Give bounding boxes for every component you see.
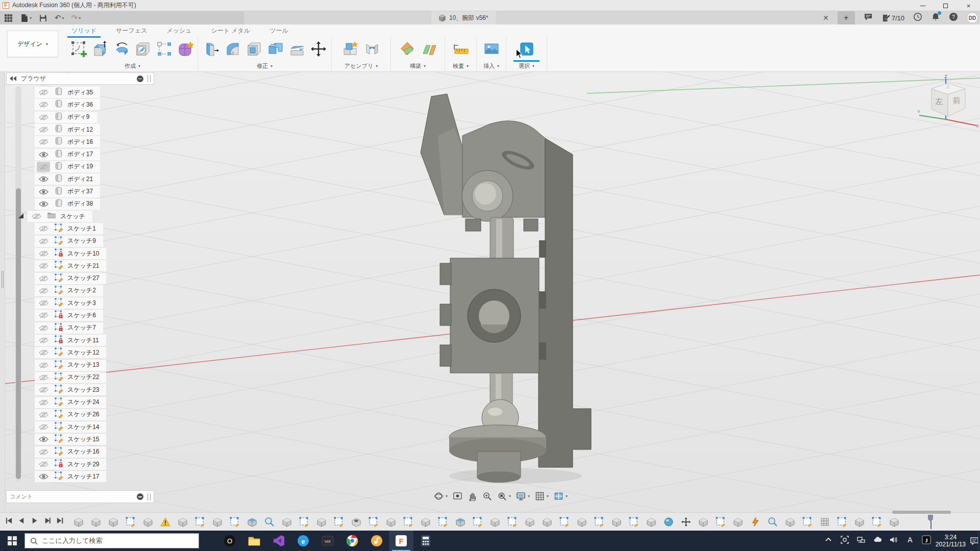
undo-icon[interactable]: ↶▾ xyxy=(55,13,64,22)
timeline-feature-sketch-icon[interactable] xyxy=(591,515,608,529)
timeline-feature-box-icon[interactable] xyxy=(538,515,556,529)
maximize-button[interactable] xyxy=(934,0,957,11)
browser-item-row[interactable]: ボディ17 xyxy=(6,148,154,160)
eye-hidden-icon[interactable] xyxy=(37,459,50,469)
timeline-feature-box-icon[interactable] xyxy=(382,515,400,529)
eye-hidden-icon[interactable] xyxy=(37,385,50,395)
offset-plane-button[interactable] xyxy=(419,39,438,59)
joint-button[interactable] xyxy=(362,39,382,59)
eye-hidden-icon[interactable] xyxy=(37,223,50,234)
ribbon-group-label[interactable]: 修正▾ xyxy=(198,60,331,71)
document-tab[interactable]: 10、腕部 v56* xyxy=(431,11,496,24)
tray-onedrive-icon[interactable] xyxy=(873,535,882,546)
taskbar-app-explorer[interactable] xyxy=(242,531,266,551)
timeline-feature-warn-icon[interactable] xyxy=(157,515,174,529)
timeline-feature-box-icon[interactable] xyxy=(643,515,660,529)
ribbon-tab-3[interactable]: シート メタル xyxy=(210,25,251,37)
browser-item-row[interactable]: スケッチ22 xyxy=(6,371,154,384)
timeline-feature-sketch-icon[interactable] xyxy=(226,515,243,529)
timeline-feature-box-icon[interactable] xyxy=(486,515,504,529)
timeline-feature-boxblue-icon[interactable] xyxy=(452,515,469,529)
timeline-feature-box-icon[interactable] xyxy=(87,515,105,529)
show-desktop-button[interactable] xyxy=(978,531,980,551)
nav-look-at-button[interactable] xyxy=(452,490,463,502)
minimize-panel-icon[interactable] xyxy=(137,76,143,82)
timeline-feature-sketch-icon[interactable] xyxy=(868,515,886,529)
form-button[interactable] xyxy=(176,39,195,59)
browser-folder-row[interactable]: スケッチ xyxy=(6,210,154,222)
timeline-feature-sketch-icon[interactable] xyxy=(504,515,521,529)
timeline-feature-sketch-icon[interactable] xyxy=(712,515,729,529)
sketch-create-button[interactable] xyxy=(69,39,89,59)
taskbar-app-calculator[interactable] xyxy=(413,531,438,551)
timeline-feature-sketch-icon[interactable] xyxy=(556,515,573,529)
nav-fit-button[interactable]: ▾ xyxy=(496,490,512,502)
eye-visible-icon[interactable] xyxy=(37,149,50,160)
app-grid-icon[interactable] xyxy=(4,14,13,22)
shell-button[interactable] xyxy=(244,39,264,59)
timeline-feature-box-icon[interactable] xyxy=(573,515,591,529)
eye-hidden-icon[interactable] xyxy=(37,112,50,122)
timeline-feature-box-icon[interactable] xyxy=(781,515,799,529)
timeline-feature-sketch-icon[interactable] xyxy=(834,515,851,529)
eye-hidden-icon[interactable] xyxy=(37,87,50,97)
timeline-feature-ball-icon[interactable] xyxy=(660,515,677,529)
expand-triangle-icon[interactable] xyxy=(17,212,23,221)
timeline-feature-sketch-icon[interactable] xyxy=(330,515,348,529)
nav-display-settings-button[interactable]: ▾ xyxy=(515,490,531,502)
timeline-feature-hole-icon[interactable] xyxy=(348,515,365,529)
browser-item-row[interactable]: スケッチ6 xyxy=(6,309,154,321)
pattern-button[interactable] xyxy=(155,39,174,59)
eye-hidden-icon[interactable] xyxy=(37,323,50,333)
eye-hidden-icon[interactable] xyxy=(37,273,50,284)
eye-visible-icon[interactable] xyxy=(37,199,50,209)
eye-hidden-icon[interactable] xyxy=(37,347,50,358)
viewport-canvas[interactable]: 上 左 前 Z X Y ブラウザ ボディ35ボディ36ボディ9ボディ12ボディ1… xyxy=(0,72,980,512)
split-button[interactable] xyxy=(287,39,307,59)
timeline-step-back-button[interactable] xyxy=(18,517,26,527)
timeline-feature-box-icon[interactable] xyxy=(417,515,434,529)
timeline-feature-bolt-icon[interactable] xyxy=(747,515,764,529)
eye-hidden-icon[interactable] xyxy=(37,99,50,110)
eye-hidden-icon[interactable] xyxy=(37,124,50,135)
measure-button[interactable] xyxy=(451,39,471,59)
browser-item-row[interactable]: スケッチ3 xyxy=(6,297,154,309)
browser-item-row[interactable]: スケッチ1 xyxy=(6,222,154,235)
nav-pan-button[interactable] xyxy=(467,490,478,502)
new-tab-button[interactable]: + xyxy=(838,11,855,24)
timeline-skip-start-button[interactable] xyxy=(5,517,13,527)
timeline-feature-zoom-icon[interactable] xyxy=(764,515,781,529)
tray-ime-a-icon[interactable]: A xyxy=(905,535,915,546)
browser-item-row[interactable]: スケッチ21 xyxy=(6,260,154,272)
timeline-feature-sketch-icon[interactable] xyxy=(625,515,643,529)
eye-hidden-icon[interactable] xyxy=(37,422,50,432)
browser-item-row[interactable]: スケッチ26 xyxy=(6,409,154,421)
revolve-button[interactable] xyxy=(112,39,132,59)
redo-icon[interactable]: ↷▾ xyxy=(71,13,81,22)
browser-item-row[interactable]: ボディ37 xyxy=(6,185,154,197)
browser-item-row[interactable]: スケッチ24 xyxy=(6,396,154,408)
model-arm-part[interactable] xyxy=(413,87,618,490)
panel-drag-grip[interactable] xyxy=(148,75,151,82)
taskbar-app-media[interactable] xyxy=(364,531,389,551)
version-badge[interactable]: 7/10 xyxy=(881,14,904,22)
eye-hidden-icon[interactable] xyxy=(37,137,50,147)
eye-visible-icon[interactable] xyxy=(37,434,50,444)
plane-button[interactable] xyxy=(398,39,417,59)
timeline-feature-box-icon[interactable] xyxy=(139,515,157,529)
eye-hidden-icon[interactable] xyxy=(37,360,50,370)
extrude-button[interactable] xyxy=(91,39,110,59)
eye-visible-icon[interactable] xyxy=(37,174,50,184)
timeline-feature-sketch-icon[interactable] xyxy=(191,515,209,529)
browser-item-row[interactable]: スケッチ12 xyxy=(6,346,154,359)
taskbar-app-fusion360[interactable]: F xyxy=(389,531,413,551)
eye-hidden-icon[interactable] xyxy=(37,248,50,259)
timeline-feature-sketch-icon[interactable] xyxy=(799,515,816,529)
taskbar-search-input[interactable]: ここに入力して検索 xyxy=(24,533,199,548)
eye-hidden-icon[interactable] xyxy=(37,261,50,271)
eye-hidden-icon[interactable] xyxy=(30,211,43,221)
browser-item-row[interactable]: ボディ12 xyxy=(6,123,154,136)
nav-orbit-button[interactable]: ▾ xyxy=(433,490,449,502)
tray-volume-icon[interactable] xyxy=(889,535,898,546)
tray-network-icon[interactable] xyxy=(856,535,866,546)
